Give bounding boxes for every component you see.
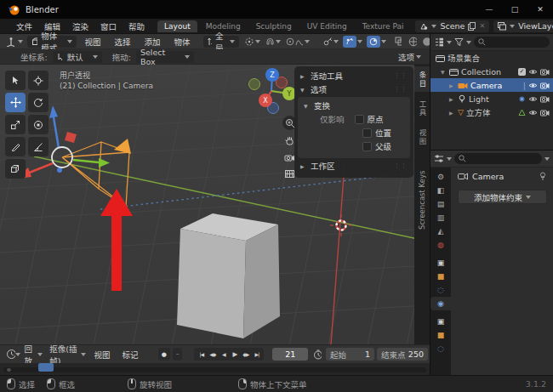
gizmo-blue-dot[interactable]: [57, 168, 62, 173]
snap-settings-chevron[interactable]: [276, 40, 281, 43]
drag-mode-dropdown[interactable]: Select Box: [136, 51, 194, 63]
material-properties-tab[interactable]: ■: [430, 328, 451, 342]
frame-start-field[interactable]: 起始 1: [326, 348, 374, 361]
expand-icon[interactable]: ▼: [441, 69, 447, 75]
hide-eye-icon[interactable]: [528, 109, 538, 116]
properties-filter-chevron[interactable]: [544, 157, 550, 161]
timeline-scrubber[interactable]: [0, 363, 430, 375]
filter-chevron[interactable]: [466, 41, 471, 44]
show-gizmos-toggle[interactable]: [343, 36, 356, 48]
panel-grip[interactable]: ⋮⋮: [394, 162, 408, 169]
overlays-chevron[interactable]: [381, 40, 386, 43]
outliner-row-collection[interactable]: ▼ Collection ✓: [430, 65, 553, 78]
xray-toggle-icon[interactable]: [395, 37, 402, 46]
object-data-properties-tab[interactable]: ▣: [430, 315, 451, 328]
texture-properties-tab[interactable]: ◌: [430, 342, 451, 355]
add-cube-tool[interactable]: [5, 159, 26, 179]
outliner-row-scene-collection[interactable]: 场景集合: [430, 51, 553, 65]
transform-tool[interactable]: [28, 115, 48, 134]
editor-type-chevron[interactable]: [18, 40, 23, 43]
scrollbar-handle[interactable]: [7, 368, 11, 372]
timeline-editor-icon[interactable]: [6, 349, 15, 360]
timeline-scrollbar[interactable]: [3, 367, 426, 372]
timeline-view-menu[interactable]: 视图: [88, 349, 116, 361]
outliner-row-light[interactable]: ▶ Light: [430, 92, 553, 105]
shading-solid-icon[interactable]: [422, 37, 430, 47]
gizmo-plane-handle[interactable]: [65, 132, 77, 143]
sidebar-tab-item[interactable]: 条目: [414, 66, 430, 92]
menu-object[interactable]: 物体: [168, 36, 197, 48]
constraint-properties-tab[interactable]: ◉: [430, 297, 451, 310]
current-frame-marker[interactable]: [38, 363, 54, 372]
use-preview-range-icon[interactable]: [313, 349, 322, 360]
panel-workspace[interactable]: ▶ 工作区 ⋮⋮: [294, 159, 413, 173]
annotate-tool[interactable]: [5, 137, 26, 156]
gizmo-z-arrow[interactable]: [49, 105, 58, 118]
visibility-chevron[interactable]: [334, 40, 339, 43]
unlink-scene-icon[interactable]: ✕: [479, 22, 485, 30]
sidebar-tab-tool[interactable]: 工具: [414, 95, 430, 121]
new-scene-icon[interactable]: [468, 22, 476, 31]
tool-properties-tab[interactable]: ⚙: [430, 170, 451, 184]
display-mode-chevron[interactable]: [447, 41, 452, 44]
viewport-canvas[interactable]: Z Y X 用户透视 (21): [0, 65, 430, 344]
render-visibility-icon[interactable]: [540, 68, 550, 76]
panel-active-tool[interactable]: ▶ 活动工具 ⋮⋮: [294, 69, 413, 82]
play-button[interactable]: ▶: [229, 350, 240, 358]
workspace-tab-texture-paint[interactable]: Texture Pai: [356, 20, 411, 32]
outliner-row-cube[interactable]: ▶ ▽ 立方体: [430, 105, 553, 119]
view-layer-name[interactable]: ViewLayer: [518, 21, 553, 31]
add-constraint-button[interactable]: 添加物体约束: [458, 190, 547, 204]
show-overlays-toggle[interactable]: [367, 36, 380, 48]
parents-checkbox[interactable]: [362, 142, 372, 151]
timeline-marker-menu[interactable]: 标记: [117, 349, 145, 361]
origins-checkbox[interactable]: [355, 115, 364, 124]
sidebar-tab-screencast-keys[interactable]: Screencast Keys: [414, 153, 430, 247]
navigation-gizmo[interactable]: Z Y X: [249, 68, 297, 114]
object-visibility-icon[interactable]: [323, 37, 333, 46]
render-visibility-icon[interactable]: [540, 109, 550, 116]
properties-editor-icon[interactable]: [434, 154, 444, 163]
play-reverse-button[interactable]: ◀: [218, 351, 229, 357]
modifier-properties-tab[interactable]: ■: [430, 270, 451, 283]
locations-checkbox[interactable]: [362, 128, 372, 138]
sidebar-tab-view[interactable]: 视图: [414, 124, 430, 150]
falloff-curve-icon[interactable]: [295, 37, 304, 46]
menu-select[interactable]: 选择: [108, 36, 136, 48]
transform-orientation-dropdown[interactable]: 全局: [203, 36, 239, 48]
editor-type-icon[interactable]: [5, 37, 14, 47]
panel-transform[interactable]: ▼ 变换: [298, 99, 410, 112]
hide-eye-icon[interactable]: [528, 95, 538, 103]
close-button[interactable]: ✕: [527, 0, 553, 19]
scene-selector[interactable]: Scene ✕: [415, 20, 489, 32]
menu-add[interactable]: 添加: [139, 36, 167, 48]
tool-options-dropdown[interactable]: 选项: [398, 51, 421, 63]
axis-neg-y-ball[interactable]: [249, 79, 260, 90]
panel-grip[interactable]: ⋮⋮: [394, 86, 408, 93]
panel-grip[interactable]: ⋮⋮: [394, 72, 408, 79]
move-tool[interactable]: [5, 93, 26, 112]
gizmo-y-arrow[interactable]: [99, 158, 110, 168]
collapse-icon[interactable]: ▶: [449, 110, 455, 116]
collapse-icon[interactable]: ▶: [449, 96, 455, 102]
properties-search[interactable]: [454, 153, 542, 164]
gizmos-chevron[interactable]: [357, 40, 362, 43]
proportional-editing-icon[interactable]: [286, 37, 294, 46]
output-properties-tab[interactable]: ▤: [430, 197, 451, 211]
menu-render[interactable]: 渲染: [66, 20, 94, 32]
select-box-tool[interactable]: [5, 71, 26, 90]
snap-magnet-icon[interactable]: [265, 37, 275, 46]
hide-eye-icon[interactable]: [528, 68, 538, 76]
workspace-tab-sculpting[interactable]: Sculpting: [249, 20, 299, 32]
render-visibility-icon[interactable]: [540, 95, 550, 103]
physics-properties-tab[interactable]: ◌: [430, 283, 451, 297]
falloff-chevron[interactable]: [305, 40, 310, 43]
jump-to-start-button[interactable]: |◀: [196, 351, 207, 357]
scene-properties-tab[interactable]: ◭: [430, 224, 451, 238]
menu-file[interactable]: 文件: [10, 20, 38, 32]
breadcrumb-object-name[interactable]: Camera: [472, 172, 504, 181]
menu-window[interactable]: 窗口: [94, 20, 123, 32]
outliner-row-camera[interactable]: ▶ Camera |: [430, 78, 553, 92]
render-visibility-icon[interactable]: [540, 82, 550, 89]
auto-keying-toggle[interactable]: ●: [158, 348, 171, 361]
